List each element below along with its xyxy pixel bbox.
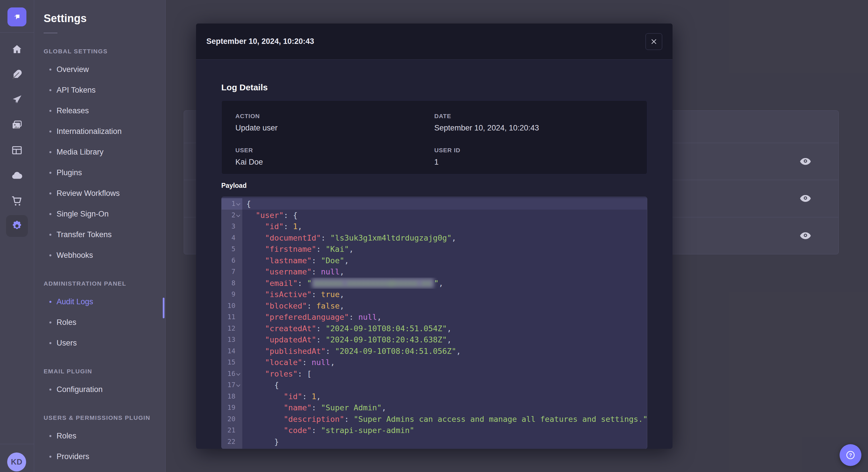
detail-field: USERKai Doe <box>236 147 434 167</box>
line-number-gutter: 19 <box>222 402 242 413</box>
fold-caret-spacer <box>236 345 241 357</box>
line-number-gutter: 7 <box>222 266 242 278</box>
line-number-gutter: 14 <box>222 345 242 357</box>
code-line: 10 "blocked": false, <box>222 300 647 312</box>
fold-caret-icon[interactable] <box>236 368 241 380</box>
detail-label: DATE <box>434 113 633 120</box>
fold-caret-icon[interactable] <box>236 379 241 391</box>
code-line: 4 "documentId": "ls3uk3g1xm4ltdrdugzajg0… <box>222 232 647 244</box>
detail-value: 1 <box>434 158 633 167</box>
detail-label: USER ID <box>434 147 633 154</box>
code-line: 21 "code": "strapi-super-admin" <box>222 425 647 436</box>
close-button[interactable] <box>646 33 662 50</box>
fold-caret-icon[interactable] <box>236 210 241 221</box>
payload-code-editor[interactable]: 1{2 "user": {3 "id": 1,4 "documentId": "… <box>221 197 647 449</box>
code-line: 8 "email": "xxxxxx.xxxxxxxxx@xxxxx.xx", <box>222 278 647 289</box>
code-line: 2 "user": { <box>222 210 647 221</box>
help-question-icon: ? <box>844 449 857 461</box>
line-number-gutter: 6 <box>222 255 242 266</box>
app-root: KD Settings GLOBAL SETTINGSOverviewAPI T… <box>0 0 868 472</box>
line-number-gutter: 16 <box>222 368 242 380</box>
code-line: 1{ <box>222 198 647 210</box>
fold-caret-spacer <box>236 300 241 312</box>
fold-caret-spacer <box>236 391 241 402</box>
code-line: 17 { <box>222 379 647 391</box>
line-number-gutter: 20 <box>222 413 242 425</box>
modal-title: September 10, 2024, 10:20:43 <box>206 37 314 46</box>
line-number-gutter: 9 <box>222 289 242 300</box>
detail-value: Kai Doe <box>236 158 434 167</box>
code-line: 16 "roles": [ <box>222 368 647 380</box>
fold-caret-spacer <box>236 334 241 345</box>
fold-caret-spacer <box>236 357 241 368</box>
code-line: 13 "updatedAt": "2024-09-10T08:20:43.638… <box>222 334 647 345</box>
log-details-card: ACTIONUpdate userDATESeptember 10, 2024,… <box>221 100 647 174</box>
detail-value: Update user <box>236 124 434 133</box>
line-number-gutter: 8 <box>222 278 242 289</box>
fold-caret-spacer <box>236 255 241 266</box>
code-line: 7 "username": null, <box>222 266 647 278</box>
fold-caret-spacer <box>236 447 241 449</box>
fold-caret-spacer <box>236 289 241 300</box>
code-line: 23 ] <box>222 447 647 449</box>
detail-label: USER <box>236 147 434 154</box>
code-line: 18 "id": 1, <box>222 391 647 402</box>
redacted-email-value: xxxxxx.xxxxxxxxx@xxxxx.xx <box>312 278 434 288</box>
code-line: 12 "createdAt": "2024-09-10T08:04:51.054… <box>222 323 647 334</box>
fold-caret-spacer <box>236 425 241 436</box>
line-number-gutter: 23 <box>222 447 242 449</box>
log-details-modal: September 10, 2024, 10:20:43 Log Details… <box>196 24 673 449</box>
fold-caret-spacer <box>236 311 241 323</box>
line-number-gutter: 17 <box>222 379 242 391</box>
code-line: 9 "isActive": true, <box>222 289 647 300</box>
code-line: 11 "preferedLanguage": null, <box>222 311 647 323</box>
line-number-gutter: 18 <box>222 391 242 402</box>
detail-label: ACTION <box>236 113 434 120</box>
line-number-gutter: 12 <box>222 323 242 334</box>
code-line: 15 "locale": null, <box>222 357 647 368</box>
code-line: 22 } <box>222 436 647 448</box>
fold-caret-spacer <box>236 413 241 425</box>
fold-caret-spacer <box>236 221 241 232</box>
code-line: 19 "name": "Super Admin", <box>222 402 647 413</box>
line-number-gutter: 21 <box>222 425 242 436</box>
fold-caret-spacer <box>236 266 241 278</box>
line-number-gutter: 5 <box>222 243 242 255</box>
close-icon <box>651 38 657 45</box>
fold-caret-spacer <box>236 243 241 255</box>
code-line: 3 "id": 1, <box>222 221 647 232</box>
fold-caret-spacer <box>236 402 241 413</box>
code-line: 5 "firstname": "Kai", <box>222 243 647 255</box>
line-number-gutter: 15 <box>222 357 242 368</box>
fold-caret-icon[interactable] <box>236 198 241 210</box>
fold-caret-spacer <box>236 436 241 448</box>
line-number-gutter: 22 <box>222 436 242 448</box>
detail-value: September 10, 2024, 10:20:43 <box>434 124 633 133</box>
fold-caret-spacer <box>236 323 241 334</box>
code-line: 20 "description": "Super Admins can acce… <box>222 413 647 425</box>
detail-field: DATESeptember 10, 2024, 10:20:43 <box>434 113 633 133</box>
detail-field: USER ID1 <box>434 147 633 167</box>
code-line: 6 "lastname": "Doe", <box>222 255 647 266</box>
line-number-gutter: 3 <box>222 221 242 232</box>
line-number-gutter: 13 <box>222 334 242 345</box>
code-line: 14 "publishedAt": "2024-09-10T08:04:51.0… <box>222 345 647 357</box>
line-number-gutter: 10 <box>222 300 242 312</box>
line-number-gutter: 11 <box>222 311 242 323</box>
fold-caret-spacer <box>236 278 241 289</box>
log-details-heading: Log Details <box>221 82 268 92</box>
modal-header: September 10, 2024, 10:20:43 <box>196 24 673 60</box>
svg-text:?: ? <box>849 452 852 458</box>
help-button[interactable]: ? <box>840 444 861 466</box>
fold-caret-spacer <box>236 232 241 244</box>
line-number-gutter: 1 <box>222 198 242 210</box>
payload-label: Payload <box>221 182 247 190</box>
line-number-gutter: 2 <box>222 210 242 221</box>
detail-field: ACTIONUpdate user <box>236 113 434 133</box>
line-number-gutter: 4 <box>222 232 242 244</box>
